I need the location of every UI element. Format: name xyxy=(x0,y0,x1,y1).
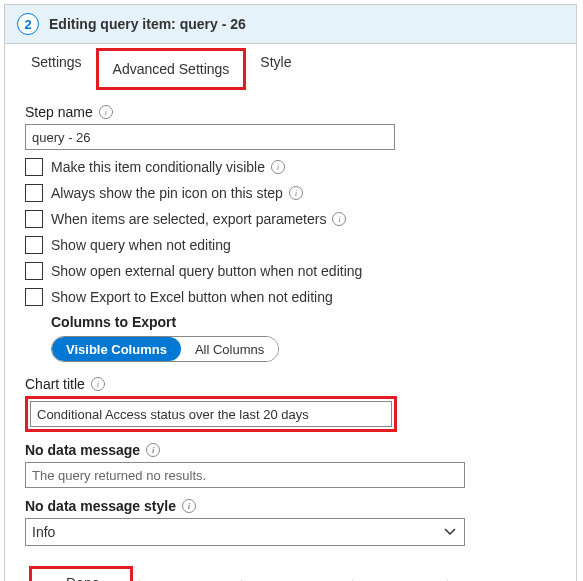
tab-bar: Settings Advanced Settings Style xyxy=(5,44,576,90)
info-icon[interactable]: i xyxy=(271,160,285,174)
chart-title-input[interactable] xyxy=(30,401,392,427)
info-icon[interactable]: i xyxy=(91,377,105,391)
pill-visible-columns[interactable]: Visible Columns xyxy=(52,337,181,361)
no-data-message-input[interactable] xyxy=(25,462,465,488)
add-button[interactable]: Add xyxy=(146,577,235,581)
toolbar: Done Editing Add Move xyxy=(25,560,556,581)
no-data-message-label: No data message i xyxy=(25,442,556,458)
chart-title-label: Chart title i xyxy=(25,376,556,392)
checkbox-conditionally-visible-label: Make this item conditionally visible i xyxy=(51,159,285,175)
step-name-label: Step name i xyxy=(25,104,556,120)
step-number-badge: 2 xyxy=(17,13,39,35)
move-button[interactable]: Move xyxy=(247,577,345,581)
done-editing-button[interactable]: Done Editing xyxy=(32,569,130,581)
info-icon[interactable]: i xyxy=(146,443,160,457)
checkbox-export-excel[interactable] xyxy=(25,288,43,306)
info-icon[interactable]: i xyxy=(99,105,113,119)
panel-header: 2 Editing query item: query - 26 xyxy=(5,5,576,44)
no-data-style-label: No data message style i xyxy=(25,498,556,514)
no-data-style-select[interactable] xyxy=(25,518,465,546)
checkbox-open-external-label: Show open external query button when not… xyxy=(51,263,362,279)
columns-to-export-heading: Columns to Export xyxy=(51,314,556,330)
info-icon[interactable]: i xyxy=(332,212,346,226)
checkbox-export-excel-label: Show Export to Excel button when not edi… xyxy=(51,289,333,305)
checkbox-export-params[interactable] xyxy=(25,210,43,228)
columns-toggle: Visible Columns All Columns xyxy=(51,336,279,362)
tab-style[interactable]: Style xyxy=(246,44,305,90)
checkbox-show-pin-label: Always show the pin icon on this step i xyxy=(51,185,303,201)
checkbox-show-query[interactable] xyxy=(25,236,43,254)
checkbox-export-params-label: When items are selected, export paramete… xyxy=(51,211,346,227)
checkbox-show-query-label: Show query when not editing xyxy=(51,237,231,253)
checkbox-conditionally-visible[interactable] xyxy=(25,158,43,176)
checkbox-open-external[interactable] xyxy=(25,262,43,280)
remove-button[interactable]: Remove xyxy=(454,577,552,581)
panel-title: Editing query item: query - 26 xyxy=(49,16,246,32)
tab-settings[interactable]: Settings xyxy=(17,44,96,90)
info-icon[interactable]: i xyxy=(289,186,303,200)
clone-button[interactable]: Clone xyxy=(359,577,442,581)
step-name-input[interactable] xyxy=(25,124,395,150)
pill-all-columns[interactable]: All Columns xyxy=(181,337,278,361)
tab-advanced-settings[interactable]: Advanced Settings xyxy=(96,48,247,90)
info-icon[interactable]: i xyxy=(182,499,196,513)
checkbox-show-pin[interactable] xyxy=(25,184,43,202)
